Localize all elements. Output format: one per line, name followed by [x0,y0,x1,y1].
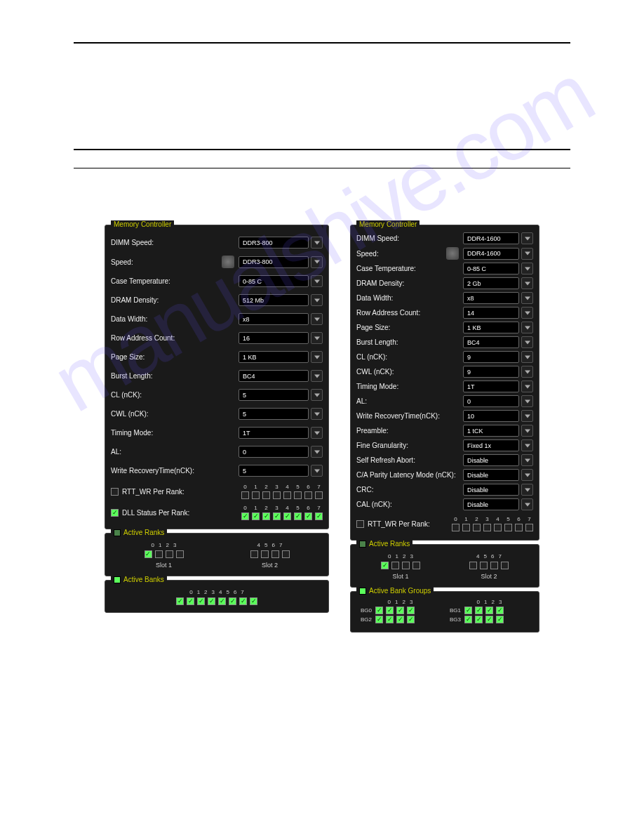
dropdown-value[interactable]: 1 tCK [463,425,519,437]
ranks-title-checkbox[interactable] [114,529,121,536]
dropdown-arrow-icon[interactable] [311,389,323,401]
rank-checkbox[interactable] [485,616,493,623]
rank-checkbox[interactable] [407,616,415,623]
rank-checkbox[interactable] [271,550,279,558]
bit-checkbox[interactable] [262,512,270,520]
bit-checkbox[interactable] [294,512,302,520]
rank-checkbox[interactable] [475,616,483,623]
bit-checkbox[interactable] [462,524,470,531]
dropdown-arrow-icon[interactable] [311,237,323,249]
rtt-checkbox[interactable] [111,488,119,496]
bit-checkbox[interactable] [241,512,249,520]
bit-checkbox[interactable] [315,491,323,499]
dropdown-value[interactable]: 1T [239,427,309,439]
bit-checkbox[interactable] [252,512,260,520]
rank-checkbox[interactable] [480,562,488,569]
rank-checkbox[interactable] [197,597,205,605]
dropdown-value[interactable]: 10 [463,410,519,422]
dropdown-arrow-icon[interactable] [521,277,533,289]
dropdown-value[interactable]: Disable [463,498,519,510]
bit-checkbox[interactable] [315,512,323,520]
dropdown-value[interactable]: 1 KB [239,351,309,363]
dropdown-arrow-icon[interactable] [521,410,533,422]
bit-checkbox[interactable] [525,524,533,531]
rank-checkbox[interactable] [261,550,269,558]
rank-checkbox[interactable] [412,562,420,569]
dropdown-value[interactable]: DDR3-800 [239,256,309,268]
dropdown-arrow-icon[interactable] [311,313,323,325]
rank-checkbox[interactable] [375,616,383,623]
rank-checkbox[interactable] [176,550,184,558]
dropdown-arrow-icon[interactable] [521,248,533,260]
bg-title-checkbox[interactable] [359,588,366,595]
bit-checkbox[interactable] [494,524,502,531]
dropdown-value[interactable]: 14 [463,307,519,319]
dropdown-value[interactable]: Fixed 1x [463,439,519,451]
rank-checkbox[interactable] [239,597,247,605]
rank-checkbox[interactable] [166,550,173,558]
banks-title-checkbox[interactable] [114,576,121,583]
rank-checkbox[interactable] [381,562,389,569]
rank-checkbox[interactable] [469,562,477,569]
dropdown-arrow-icon[interactable] [521,454,533,466]
rank-checkbox[interactable] [501,562,509,569]
dropdown-value[interactable]: 0 [239,446,309,458]
rank-checkbox[interactable] [490,562,498,569]
bit-checkbox[interactable] [304,491,312,499]
dropdown-arrow-icon[interactable] [311,351,323,363]
dropdown-arrow-icon[interactable] [521,232,533,244]
rank-checkbox[interactable] [475,607,483,614]
bit-checkbox[interactable] [262,491,270,499]
dropdown-value[interactable]: 1 KB [463,322,519,333]
ranks-title-checkbox[interactable] [359,541,366,548]
rank-checkbox[interactable] [187,597,194,605]
rank-checkbox[interactable] [282,550,290,558]
rank-checkbox[interactable] [464,607,472,614]
dropdown-arrow-icon[interactable] [521,263,533,274]
rank-checkbox[interactable] [250,597,257,605]
rank-checkbox[interactable] [402,562,410,569]
rank-checkbox[interactable] [155,550,163,558]
bit-checkbox[interactable] [252,491,260,499]
dropdown-value[interactable]: Disable [463,454,519,466]
bit-checkbox[interactable] [273,512,281,520]
bit-checkbox[interactable] [304,512,312,520]
rank-checkbox[interactable] [145,550,152,558]
rank-checkbox[interactable] [464,616,472,623]
bit-checkbox[interactable] [283,512,291,520]
dropdown-arrow-icon[interactable] [311,370,323,382]
bit-checkbox[interactable] [241,491,249,499]
rank-checkbox[interactable] [396,607,404,614]
dropdown-arrow-icon[interactable] [521,322,533,333]
dropdown-value[interactable]: 5 [239,389,309,401]
bit-checkbox[interactable] [294,491,302,499]
bit-checkbox[interactable] [273,491,281,499]
dropdown-arrow-icon[interactable] [311,332,323,344]
bit-checkbox[interactable] [473,524,481,531]
rank-checkbox[interactable] [485,607,493,614]
rank-checkbox[interactable] [386,616,394,623]
rank-checkbox[interactable] [229,597,236,605]
dropdown-value[interactable]: DDR3-800 [239,237,309,249]
dropdown-arrow-icon[interactable] [311,465,323,477]
dropdown-arrow-icon[interactable] [311,256,323,268]
link-icon[interactable] [222,256,234,268]
bit-checkbox[interactable] [515,524,523,531]
dropdown-value[interactable]: Disable [463,484,519,496]
rank-checkbox[interactable] [250,550,258,558]
dropdown-value[interactable]: 512 Mb [239,294,309,306]
dropdown-arrow-icon[interactable] [521,498,533,510]
dropdown-value[interactable]: 9 [463,366,519,378]
rank-checkbox[interactable] [496,607,504,614]
dropdown-arrow-icon[interactable] [521,336,533,348]
dropdown-value[interactable]: 9 [463,351,519,363]
dropdown-value[interactable]: x8 [463,292,519,304]
dropdown-arrow-icon[interactable] [521,366,533,378]
dropdown-value[interactable]: x8 [239,313,309,325]
dropdown-arrow-icon[interactable] [521,469,533,481]
rank-checkbox[interactable] [407,607,415,614]
rank-checkbox[interactable] [375,607,383,614]
dropdown-value[interactable]: DDR4-1600 [463,232,519,244]
dropdown-arrow-icon[interactable] [311,427,323,439]
dropdown-arrow-icon[interactable] [311,446,323,458]
